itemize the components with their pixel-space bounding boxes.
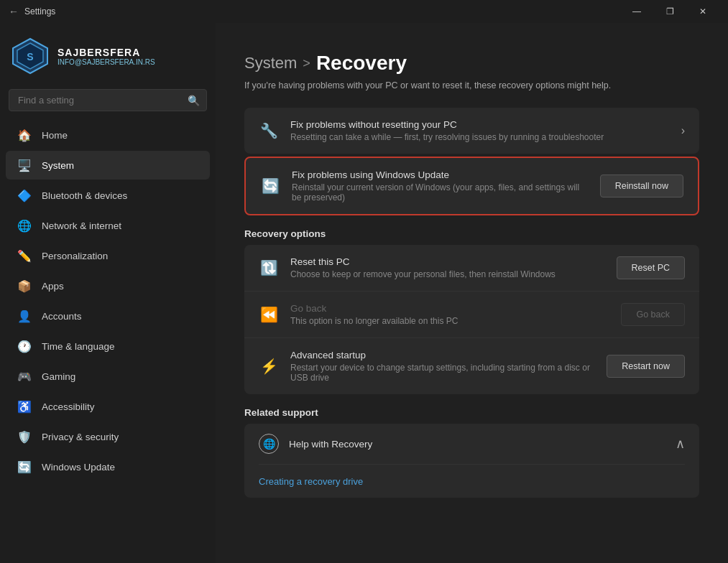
reset-pc-row: 🔃 Reset this PC Choose to keep or remove… [244, 245, 699, 291]
nav-network[interactable]: 🌐 Network & internet [6, 211, 210, 240]
search-input[interactable] [9, 89, 207, 111]
nav-gaming-label: Gaming [42, 371, 75, 382]
chevron-up-icon[interactable]: ∧ [676, 436, 685, 452]
go-back-row: ⏪ Go back This option is no longer avail… [244, 291, 699, 338]
fix-no-reset-title: Fix problems without resetting your PC [290, 119, 670, 130]
bluetooth-icon: 🔷 [17, 188, 32, 203]
system-icon: 🖥️ [17, 158, 32, 172]
profile-name: SAJBERSFERA [57, 47, 155, 58]
reset-pc-text: Reset this PC Choose to keep or remove y… [290, 256, 605, 279]
wrench-icon: 🔧 [259, 121, 279, 141]
fix-windows-update-desc: Reinstall your current version of Window… [292, 182, 589, 203]
refresh-icon: 🔄 [260, 176, 280, 196]
advanced-startup-desc: Restart your device to change startup se… [290, 363, 595, 383]
window-controls: — ❐ ✕ [620, 0, 719, 23]
fix-no-reset-desc: Resetting can take a while — first, try … [290, 132, 670, 142]
minimize-button[interactable]: — [620, 0, 653, 23]
maximize-button[interactable]: ❐ [653, 0, 686, 23]
fix-windows-update-row: 🔄 Fix problems using Windows Update Rein… [246, 158, 698, 214]
nav-home[interactable]: 🏠 Home [6, 121, 210, 149]
nav-apps[interactable]: 📦 Apps [6, 271, 210, 300]
globe-icon: 🌐 [259, 434, 279, 454]
nav-system-label: System [42, 160, 74, 171]
nav-network-label: Network & internet [42, 220, 121, 231]
related-support-label: Related support [244, 407, 699, 418]
go-back-desc: This option is no longer available on th… [290, 316, 609, 326]
reset-pc-title: Reset this PC [290, 256, 605, 267]
go-back-action: Go back [621, 303, 685, 326]
page-subtitle: If you're having problems with your PC o… [244, 80, 699, 90]
search-icon: 🔍 [188, 95, 200, 106]
reset-pc-button[interactable]: Reset PC [617, 256, 686, 279]
nav-personalization-label: Personalization [42, 251, 108, 261]
main-content: System > Recovery If you're having probl… [216, 23, 728, 563]
update-icon: 🔄 [17, 460, 32, 474]
creating-recovery-drive-row: Creating a recovery drive [244, 465, 699, 498]
accounts-icon: 👤 [17, 309, 32, 323]
go-back-button: Go back [621, 303, 685, 326]
recovery-options-label: Recovery options [244, 228, 699, 239]
go-back-title: Go back [290, 303, 609, 314]
advanced-startup-title: Advanced startup [290, 350, 595, 360]
nav-accessibility[interactable]: ♿ Accessibility [6, 392, 210, 421]
nav-apps-label: Apps [42, 281, 64, 292]
svg-text:S: S [27, 51, 33, 62]
breadcrumb-system: System [244, 54, 297, 73]
nav-privacy[interactable]: 🛡️ Privacy & security [6, 422, 210, 451]
profile-email: INFO@SAJBERSFERA.IN.RS [57, 58, 155, 66]
fix-windows-update-text: Fix problems using Windows Update Reinst… [292, 169, 589, 203]
brand-logo: S [11, 37, 49, 75]
home-icon: 🏠 [17, 128, 32, 142]
reset-pc-desc: Choose to keep or remove your personal f… [290, 269, 605, 279]
fix-no-reset-text: Fix problems without resetting your PC R… [290, 119, 670, 142]
breadcrumb: System > Recovery [244, 52, 699, 75]
sidebar-search: 🔍 [9, 89, 207, 111]
fix-no-reset-card: 🔧 Fix problems without resetting your PC… [244, 108, 699, 154]
creating-recovery-drive-link[interactable]: Creating a recovery drive [259, 476, 363, 487]
titlebar-title: Settings [24, 6, 620, 17]
reset-icon: 🔃 [259, 258, 279, 278]
go-back-icon: ⏪ [259, 304, 279, 325]
nav-privacy-label: Privacy & security [42, 432, 119, 442]
restart-now-action: Restart now [607, 355, 685, 378]
restart-now-button[interactable]: Restart now [607, 355, 685, 378]
nav-personalization[interactable]: ✏️ Personalization [6, 241, 210, 270]
network-icon: 🌐 [17, 218, 32, 233]
nav-bluetooth-label: Bluetooth & devices [42, 190, 127, 201]
nav-update-label: Windows Update [42, 462, 115, 473]
nav-update[interactable]: 🔄 Windows Update [6, 452, 210, 481]
fix-windows-update-title: Fix problems using Windows Update [292, 169, 589, 180]
breadcrumb-current: Recovery [316, 52, 407, 75]
gaming-icon: 🎮 [17, 369, 32, 383]
fix-no-reset-row[interactable]: 🔧 Fix problems without resetting your PC… [244, 108, 699, 154]
time-icon: 🕐 [17, 339, 32, 353]
chevron-right-icon: › [681, 124, 685, 137]
sidebar: S SAJBERSFERA INFO@SAJBERSFERA.IN.RS 🔍 🏠… [0, 23, 216, 563]
fix-windows-update-card: 🔄 Fix problems using Windows Update Rein… [244, 157, 699, 215]
reset-pc-action: Reset PC [617, 256, 686, 279]
nav-home-label: Home [42, 130, 68, 141]
nav-time[interactable]: 🕐 Time & language [6, 332, 210, 360]
privacy-icon: 🛡️ [17, 429, 32, 444]
app-body: S SAJBERSFERA INFO@SAJBERSFERA.IN.RS 🔍 🏠… [0, 23, 728, 563]
accessibility-icon: ♿ [17, 399, 32, 414]
back-button[interactable]: ← [9, 6, 19, 17]
apps-icon: 📦 [17, 279, 32, 293]
nav-system[interactable]: 🖥️ System [6, 151, 210, 180]
sidebar-profile: S SAJBERSFERA INFO@SAJBERSFERA.IN.RS [0, 23, 216, 86]
nav-bluetooth[interactable]: 🔷 Bluetooth & devices [6, 181, 210, 210]
nav-accessibility-label: Accessibility [42, 401, 95, 412]
go-back-text: Go back This option is no longer availab… [290, 303, 609, 326]
help-recovery-row[interactable]: 🌐 Help with Recovery ∧ [244, 424, 699, 464]
related-support-card: 🌐 Help with Recovery ∧ Creating a recove… [244, 424, 699, 498]
advanced-startup-icon: ⚡ [259, 356, 279, 376]
nav-time-label: Time & language [42, 341, 115, 352]
close-button[interactable]: ✕ [686, 0, 719, 23]
nav-accounts-label: Accounts [42, 311, 82, 322]
personalization-icon: ✏️ [17, 248, 32, 263]
profile-info: SAJBERSFERA INFO@SAJBERSFERA.IN.RS [57, 47, 155, 66]
nav-accounts[interactable]: 👤 Accounts [6, 302, 210, 330]
titlebar: ← Settings — ❐ ✕ [0, 0, 728, 23]
nav-gaming[interactable]: 🎮 Gaming [6, 362, 210, 391]
reinstall-now-button[interactable]: Reinstall now [600, 175, 683, 197]
